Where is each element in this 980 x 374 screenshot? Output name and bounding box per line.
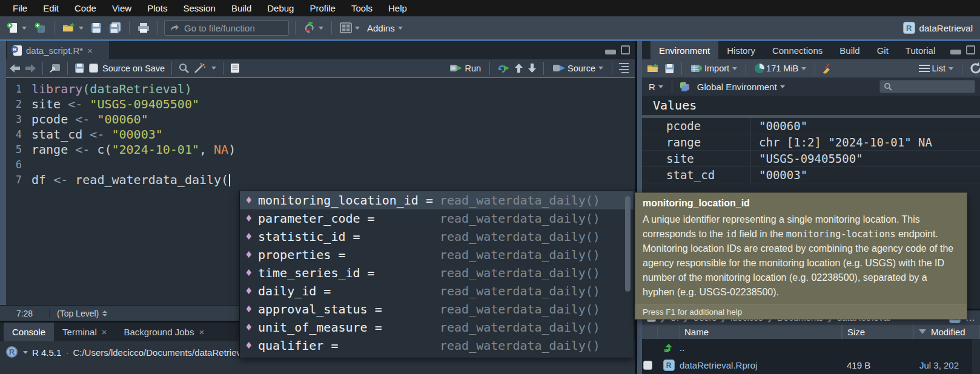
code-tools-wand-icon[interactable] xyxy=(194,63,206,74)
clear-workspace-broom-icon[interactable] xyxy=(822,63,833,74)
runtime-selector[interactable]: R xyxy=(647,80,665,93)
chevron-down-icon[interactable] xyxy=(23,351,28,354)
environment-search-box[interactable] xyxy=(879,80,975,93)
menu-item-plots[interactable]: Plots xyxy=(139,0,175,16)
menu-item-tools[interactable]: Tools xyxy=(343,0,380,16)
show-in-new-window-icon[interactable] xyxy=(50,64,61,73)
list-view-button[interactable]: List xyxy=(917,62,955,74)
autocomplete-item[interactable]: ♦unit_of_measure =read_waterdata_daily() xyxy=(240,318,634,336)
down-icon[interactable] xyxy=(528,64,537,73)
save-icon[interactable] xyxy=(74,63,85,73)
addins-button[interactable]: Addins xyxy=(365,22,405,34)
tab-connections[interactable]: Connections xyxy=(764,41,831,59)
forward-icon[interactable] xyxy=(25,64,36,73)
environment-search-input[interactable] xyxy=(895,82,971,91)
close-icon[interactable]: × xyxy=(199,327,204,337)
autocomplete-item[interactable]: ♦valueread_waterdata_daily() xyxy=(240,355,634,358)
source-on-save-label: Source on Save xyxy=(102,64,165,73)
new-project-button[interactable]: R xyxy=(32,21,48,35)
files-scrollbar[interactable] xyxy=(972,339,980,374)
tab-git[interactable]: Git xyxy=(869,41,897,59)
autocomplete-item[interactable]: ♦approval_status =read_waterdata_daily() xyxy=(240,300,634,318)
menu-item-session[interactable]: Session xyxy=(176,0,223,16)
maximize-icon[interactable] xyxy=(621,45,630,54)
save-button[interactable] xyxy=(89,21,104,34)
close-icon[interactable]: × xyxy=(102,327,107,337)
tab-tutorial[interactable]: Tutorial xyxy=(897,41,944,59)
autocomplete-item[interactable]: ♦properties =read_waterdata_daily() xyxy=(240,246,634,264)
autocomplete-item-source: read_waterdata_daily() xyxy=(440,338,600,353)
environment-value-row[interactable]: pcode"00060" xyxy=(637,118,980,134)
file-name[interactable]: dataRetrieval.Rproj xyxy=(680,360,842,370)
editor-tab-data-script[interactable]: data_script.R* × xyxy=(7,41,109,59)
scope-chooser[interactable]: (Top Level) xyxy=(50,309,114,318)
project-menu-button[interactable]: R dataRetrieval xyxy=(903,22,975,34)
source-on-save-checkbox[interactable] xyxy=(89,64,98,73)
autocomplete-item[interactable]: ♦qualifier =read_waterdata_daily() xyxy=(240,336,634,355)
menu-item-file[interactable]: File xyxy=(5,0,35,16)
memory-usage-button[interactable]: 171 MiB xyxy=(753,62,808,74)
files-header-modified[interactable]: Modified xyxy=(913,325,980,340)
import-dataset-button[interactable]: Import xyxy=(689,62,739,74)
up-icon[interactable] xyxy=(514,64,523,73)
rerun-icon[interactable] xyxy=(497,64,510,73)
minimize-icon[interactable] xyxy=(605,50,616,54)
tab-background-jobs[interactable]: Background Jobs× xyxy=(116,323,213,341)
workspace-panes-button[interactable] xyxy=(338,21,362,34)
file-checkbox[interactable] xyxy=(643,361,652,370)
maximize-icon[interactable] xyxy=(966,45,975,54)
tab-environment[interactable]: Environment xyxy=(651,41,718,59)
tab-console[interactable]: Console xyxy=(4,323,54,341)
save-all-button[interactable] xyxy=(107,21,123,34)
autocomplete-item[interactable]: ♦parameter_code =read_waterdata_daily() xyxy=(240,209,634,228)
environment-value-row[interactable]: rangechr [1:2] "2024-10-01" NA xyxy=(637,134,980,151)
menu-item-debug[interactable]: Debug xyxy=(259,0,302,16)
environment-selector[interactable]: Global Environment xyxy=(695,80,787,93)
tab-terminal[interactable]: Terminal× xyxy=(54,323,115,341)
open-file-button[interactable] xyxy=(61,21,85,34)
menu-item-build[interactable]: Build xyxy=(223,0,259,16)
save-workspace-icon[interactable] xyxy=(664,64,675,74)
menu-item-help[interactable]: Help xyxy=(380,0,415,16)
minimize-icon[interactable] xyxy=(950,50,961,54)
tab-history[interactable]: History xyxy=(718,41,764,59)
file-row[interactable]: .. xyxy=(637,339,980,356)
load-workspace-icon[interactable] xyxy=(647,63,660,74)
autocomplete-item[interactable]: ♦time_series_id =read_waterdata_daily() xyxy=(240,264,634,282)
menu-item-edit[interactable]: Edit xyxy=(35,0,67,16)
run-button[interactable]: Run xyxy=(448,62,483,74)
file-row[interactable]: RdataRetrieval.Rproj419 BJul 3, 202 xyxy=(637,356,980,374)
popup-scrollbar-thumb[interactable] xyxy=(625,196,631,292)
autocomplete-item-source: read_waterdata_daily() xyxy=(440,284,600,298)
autocomplete-item-label: approval_status = xyxy=(258,302,382,317)
environment-value-row[interactable]: site"USGS-09405500" xyxy=(637,151,980,167)
tab-build[interactable]: Build xyxy=(831,41,868,59)
chevron-down-icon xyxy=(355,27,360,30)
compile-report-icon[interactable] xyxy=(230,63,240,73)
code-line: 7df <- read_waterdata_daily( xyxy=(0,172,635,188)
print-button[interactable] xyxy=(136,21,151,34)
menu-item-code[interactable]: Code xyxy=(67,0,104,16)
files-header-name[interactable]: Name xyxy=(680,325,842,340)
menu-item-view[interactable]: View xyxy=(104,0,139,16)
find-replace-icon[interactable] xyxy=(179,63,190,74)
refresh-icon[interactable] xyxy=(969,62,980,75)
version-control-button[interactable] xyxy=(302,21,325,35)
menu-item-profile[interactable]: Profile xyxy=(302,0,343,16)
autocomplete-item[interactable]: ♦monitoring_location_id =read_waterdata_… xyxy=(240,191,634,209)
files-header-size[interactable]: Size xyxy=(842,325,913,340)
goto-file-function-box[interactable] xyxy=(164,20,289,36)
new-file-button[interactable] xyxy=(5,21,28,35)
back-icon[interactable] xyxy=(10,64,21,73)
file-name[interactable]: .. xyxy=(680,343,842,353)
autocomplete-item[interactable]: ♦daily_id =read_waterdata_daily() xyxy=(240,282,634,300)
document-outline-icon[interactable] xyxy=(619,63,629,73)
text-cursor xyxy=(229,174,230,186)
environment-value-row[interactable]: stat_cd"00003" xyxy=(637,167,980,183)
close-icon[interactable]: × xyxy=(87,45,93,56)
working-directory-link[interactable]: C:/Users/ldecicco/Documents/dataRetrieva… xyxy=(73,346,250,359)
source-button[interactable]: Source xyxy=(551,62,605,74)
chevron-down-icon[interactable] xyxy=(211,67,216,70)
goto-file-function-input[interactable] xyxy=(184,23,305,33)
autocomplete-item[interactable]: ♦statistic_id =read_waterdata_daily() xyxy=(240,228,634,246)
